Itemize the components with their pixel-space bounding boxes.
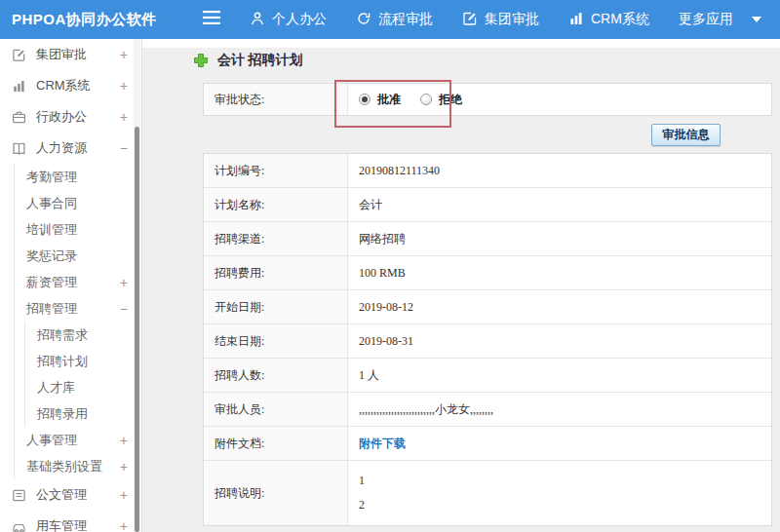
sidebar-item-talent-pool[interactable]: 人才库 <box>25 374 141 400</box>
sidebar-item-label: 基础类别设置 <box>26 458 102 475</box>
field-value: 100 RMB <box>348 256 771 289</box>
book-icon <box>12 141 28 156</box>
form-row: 开始日期: 2019-08-12 <box>204 290 771 324</box>
green-plus-icon <box>193 53 209 68</box>
sidebar-item-hr-contract[interactable]: 人事合同 <box>15 190 141 216</box>
sidebar-item-document-mgmt[interactable]: 公文管理 + <box>0 479 141 511</box>
sidebar-item-admin-office[interactable]: 行政办公 + <box>0 101 141 133</box>
sidebar-item-label: 招聘计划 <box>37 353 88 370</box>
sidebar-item-label: 薪资管理 <box>26 274 77 291</box>
sidebar-item-attendance-mgmt[interactable]: 考勤管理 <box>15 164 141 190</box>
field-value: 1 2 <box>348 461 771 525</box>
expander-plus-icon[interactable]: + <box>120 48 128 61</box>
sidebar-item-recruit-hire[interactable]: 招聘录用 <box>25 400 141 427</box>
expander-plus-icon[interactable]: + <box>120 276 128 289</box>
expander-plus-icon[interactable]: + <box>120 434 128 447</box>
nav-item-label: 个人办公 <box>272 11 327 28</box>
nav-item-group-approval[interactable]: 集团审批 <box>462 11 539 29</box>
field-value: 2019-08-12 <box>348 290 771 323</box>
radio-reject[interactable] <box>420 94 432 105</box>
expander-minus-icon[interactable]: − <box>120 141 128 155</box>
field-value: 20190812111340 <box>348 154 771 187</box>
field-value: 会计 <box>348 188 771 221</box>
expander-plus-icon[interactable]: + <box>120 110 128 124</box>
field-label: 招聘说明: <box>204 461 348 525</box>
form-row: 计划编号: 20190812111340 <box>204 154 771 188</box>
hamburger-icon <box>203 11 220 28</box>
field-value: 附件下载 <box>348 427 771 460</box>
sidebar-scrollbar-track <box>134 39 140 532</box>
approve-info-button[interactable]: 审批信息 <box>651 124 721 146</box>
attachment-download-link[interactable]: 附件下载 <box>359 436 406 452</box>
recruit-plan-detail-panel: 计划编号: 20190812111340 计划名称: 会计 招聘渠道: 网络招聘… <box>203 153 772 526</box>
field-label: 附件文档: <box>204 427 348 460</box>
nav-item-label: 流程审批 <box>378 11 433 28</box>
sidebar-item-recruit-demand[interactable]: 招聘需求 <box>25 322 141 348</box>
sidebar-item-crm-system[interactable]: CRM系统 + <box>0 70 141 101</box>
sidebar-item-group-approval[interactable]: 集团审批 + <box>0 39 141 70</box>
field-value: 2019-08-31 <box>348 324 771 358</box>
bar-chart-icon <box>568 11 584 29</box>
form-row: 招聘人数: 1 人 <box>204 359 771 393</box>
radio-approve[interactable] <box>359 94 370 105</box>
person-icon <box>250 11 265 29</box>
sidebar: 集团审批 + CRM系统 + 行政办公 + 人力资源 − 考勤管理 人事合同 培… <box>0 39 142 532</box>
sidebar-item-label: 用车管理 <box>36 517 87 532</box>
nav-item-more-apps[interactable]: 更多应用 <box>679 11 761 28</box>
sidebar-item-training-mgmt[interactable]: 培训管理 <box>15 216 141 243</box>
nav-item-label: 更多应用 <box>679 11 733 28</box>
radio-approve-label[interactable]: 批准 <box>377 92 401 108</box>
edit-icon <box>462 11 478 29</box>
cycle-icon <box>356 11 371 29</box>
app-logo: PHPOA协同办公软件 <box>0 11 189 29</box>
expander-minus-icon[interactable]: − <box>120 302 128 316</box>
caret-down-icon <box>752 17 761 22</box>
approval-status-panel: 审批状态: 批准 拒绝 <box>203 83 772 116</box>
sidebar-item-label: 招聘管理 <box>26 300 77 318</box>
form-row: 招聘费用: 100 RMB <box>204 256 771 290</box>
expander-plus-icon[interactable]: + <box>120 519 128 532</box>
main-content: 会计 招聘计划 审批状态: 批准 拒绝 审批信息 计划编号: 201908121… <box>142 39 780 532</box>
sidebar-item-personnel-mgmt[interactable]: 人事管理 + <box>15 427 141 453</box>
sidebar-item-label: 考勤管理 <box>26 169 77 186</box>
field-label: 审批状态: <box>204 84 348 115</box>
sidebar-item-vehicle-mgmt[interactable]: 用车管理 + <box>0 511 141 532</box>
bar-chart-icon <box>12 79 28 94</box>
edit-icon <box>12 48 28 62</box>
nav-item-workflow-approval[interactable]: 流程审批 <box>356 11 433 29</box>
content-top-strip <box>142 39 780 48</box>
sidebar-item-recruit-plan[interactable]: 招聘计划 <box>25 348 141 374</box>
sidebar-item-base-category-settings[interactable]: 基础类别设置 + <box>15 453 141 479</box>
field-label: 招聘渠道: <box>204 222 348 255</box>
form-row: 招聘渠道: 网络招聘 <box>204 222 771 256</box>
sidebar-item-reward-punish-records[interactable]: 奖惩记录 <box>15 243 141 269</box>
expander-plus-icon[interactable]: + <box>120 460 128 474</box>
form-row: 审批人员: ,,,,,,,,,,,,,,,,,,,,,,,,,,小龙女,,,,,… <box>204 393 771 427</box>
radio-reject-label[interactable]: 拒绝 <box>439 92 462 108</box>
sidebar-item-label: 奖惩记录 <box>26 247 77 265</box>
nav-item-label: 集团审批 <box>485 11 539 28</box>
form-row: 审批状态: 批准 拒绝 <box>204 84 771 115</box>
form-row: 招聘说明: 1 2 <box>204 461 771 525</box>
form-row: 结束日期: 2019-08-31 <box>204 324 771 359</box>
sidebar-item-label: 集团审批 <box>36 46 87 63</box>
expander-plus-icon[interactable]: + <box>120 488 128 502</box>
nav-item-crm[interactable]: CRM系统 <box>568 11 649 29</box>
page-title: 会计 招聘计划 <box>193 52 303 69</box>
field-label: 计划编号: <box>204 154 348 187</box>
sidebar-item-label: CRM系统 <box>36 77 91 95</box>
field-value: 1 人 <box>348 359 771 392</box>
hr-submenu: 考勤管理 人事合同 培训管理 奖惩记录 薪资管理 + 招聘管理 − 招聘需求 招… <box>14 164 141 479</box>
hamburger-menu-button[interactable] <box>203 11 220 28</box>
sidebar-item-recruit-mgmt[interactable]: 招聘管理 − <box>15 295 141 322</box>
briefcase-icon <box>12 110 28 125</box>
sidebar-item-human-resources[interactable]: 人力资源 − <box>0 133 141 164</box>
field-value: 批准 拒绝 <box>348 84 771 115</box>
car-icon <box>12 519 28 532</box>
expander-plus-icon[interactable]: + <box>120 79 128 93</box>
nav-item-personal-office[interactable]: 个人办公 <box>250 11 327 29</box>
sidebar-item-label: 招聘录用 <box>37 405 88 423</box>
sidebar-item-label: 招聘需求 <box>37 326 88 344</box>
sidebar-item-salary-mgmt[interactable]: 薪资管理 + <box>15 269 141 295</box>
sidebar-scrollbar-thumb[interactable] <box>135 127 139 532</box>
